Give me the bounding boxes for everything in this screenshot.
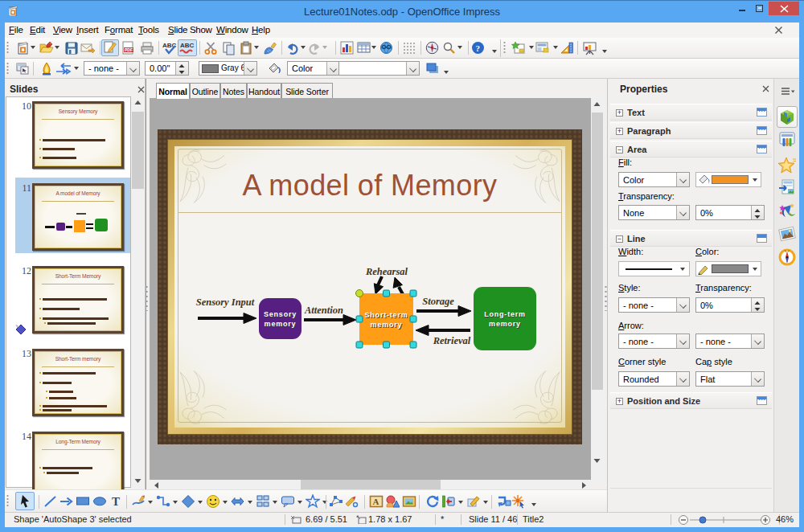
svg-text:Attention: Attention — [304, 305, 343, 316]
svg-text:A: A — [373, 497, 379, 506]
svg-text:?: ? — [476, 43, 481, 53]
svg-text:memory: memory — [489, 320, 521, 328]
svg-text:Long-term: Long-term — [484, 310, 526, 318]
svg-text:Short-term: Short-term — [364, 311, 408, 319]
svg-text:Sensory Input: Sensory Input — [196, 297, 255, 308]
svg-text:PDF: PDF — [125, 47, 133, 52]
svg-text:memory: memory — [265, 320, 297, 328]
svg-text:T: T — [112, 495, 120, 508]
svg-text:ABC: ABC — [180, 42, 195, 49]
svg-text:Storage: Storage — [422, 296, 454, 307]
svg-text:Rehearsal: Rehearsal — [365, 266, 408, 277]
svg-text:memory: memory — [371, 321, 403, 329]
svg-text:Retrieval: Retrieval — [433, 335, 471, 346]
svg-text:Sensory: Sensory — [264, 310, 297, 318]
